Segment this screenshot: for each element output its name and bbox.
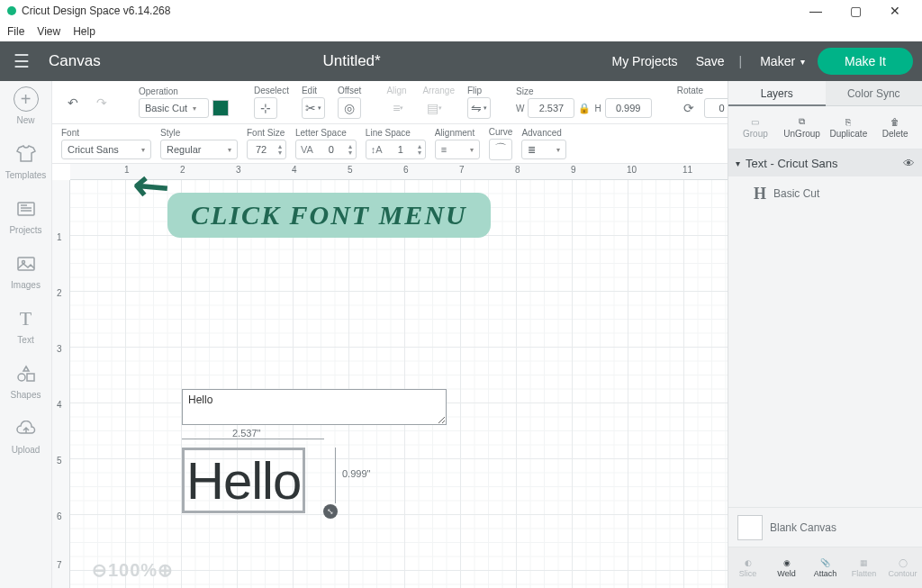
linespace-input[interactable]: ↕A1▴▾ xyxy=(366,140,426,159)
deselect-button[interactable]: ⊹ xyxy=(254,97,277,119)
slice-button[interactable]: ◐Slice xyxy=(728,547,767,588)
folder-icon xyxy=(14,196,39,222)
menu-help[interactable]: Help xyxy=(73,25,95,38)
deselect-label: Deselect xyxy=(254,86,289,95)
rail-shapes-button[interactable]: Shapes xyxy=(1,361,51,400)
tshirt-icon xyxy=(14,141,39,167)
machine-selector[interactable]: Maker ▾ xyxy=(760,54,805,68)
rail-upload-button[interactable]: Upload xyxy=(1,416,51,455)
rail-images-button[interactable]: Images xyxy=(1,251,51,290)
redo-button[interactable]: ↷ xyxy=(90,92,113,113)
weld-button[interactable]: ◉Weld xyxy=(767,547,806,588)
width-input[interactable] xyxy=(528,98,574,118)
fontsize-value: 72 xyxy=(248,144,275,155)
slice-label: Slice xyxy=(739,569,757,578)
hamburger-menu-button[interactable]: ☰ xyxy=(0,50,43,72)
window-minimize-button[interactable]: — xyxy=(796,0,836,22)
left-tool-rail: + New Templates Projects Images T Text S… xyxy=(0,81,52,588)
ungroup-icon: ⧉ xyxy=(799,116,805,127)
svg-point-3 xyxy=(18,374,25,381)
delete-button[interactable]: 🗑Delete xyxy=(872,117,918,139)
offset-button[interactable]: ◎ xyxy=(338,97,361,119)
fill-color-swatch[interactable] xyxy=(212,100,229,116)
text-layer-glyph-icon: H xyxy=(754,185,766,204)
vertical-ruler: 1 2 3 4 5 6 7 xyxy=(52,180,70,588)
align-left-icon: ≡ xyxy=(441,144,447,155)
height-dim-label: 0.999" xyxy=(342,468,370,479)
vruler-tick: 2 xyxy=(57,288,62,298)
text-t-icon: T xyxy=(14,306,39,331)
height-input[interactable] xyxy=(605,98,652,118)
tab-color-sync[interactable]: Color Sync xyxy=(826,81,923,106)
rail-text-button[interactable]: T Text xyxy=(1,306,51,345)
contour-button[interactable]: ◯Contour xyxy=(883,547,922,588)
window-titlebar: Cricut Design Space v6.14.268 — ▢ ✕ xyxy=(0,0,922,22)
vruler-tick: 3 xyxy=(57,344,62,354)
attach-label: Attach xyxy=(814,569,837,578)
ungroup-button[interactable]: ⧉UnGroup xyxy=(779,116,826,139)
rail-templates-button[interactable]: Templates xyxy=(1,141,51,180)
hruler-tick: 4 xyxy=(292,165,297,175)
layer-item[interactable]: H Basic Cut xyxy=(728,176,922,211)
make-it-button[interactable]: Make It xyxy=(818,48,913,75)
flatten-label: Flatten xyxy=(852,569,877,578)
slice-icon: ◐ xyxy=(745,558,752,567)
width-w-label: W xyxy=(516,104,524,113)
menu-file[interactable]: File xyxy=(7,25,24,38)
vruler-tick: 7 xyxy=(57,560,62,570)
hruler-tick: 5 xyxy=(348,165,353,175)
advanced-dropdown[interactable]: ≣▾ xyxy=(521,140,566,159)
hruler-tick: 6 xyxy=(403,165,409,175)
fontsize-input[interactable]: 72▴▾ xyxy=(247,140,286,159)
hruler-tick: 7 xyxy=(459,165,465,175)
my-projects-link[interactable]: My Projects xyxy=(612,54,678,68)
arrange-dropdown[interactable]: ▤▾ xyxy=(422,97,446,119)
design-mat[interactable]: 2.537" 0.999" Hello ⤡ ⊖100%⊕ xyxy=(70,180,728,588)
edit-dropdown[interactable]: ✂▾ xyxy=(302,97,325,119)
curve-label: Curve xyxy=(489,127,513,137)
layer-header[interactable]: ▾ Text - Cricut Sans 👁 xyxy=(728,149,922,176)
layer-actions-row: ▭Group ⧉UnGroup ⎘Duplicate 🗑Delete xyxy=(728,106,922,149)
style-dropdown[interactable]: Regular▾ xyxy=(160,140,238,159)
resize-handle[interactable]: ⤡ xyxy=(323,504,338,519)
undo-button[interactable]: ↶ xyxy=(61,92,85,113)
rail-projects-button[interactable]: Projects xyxy=(1,196,51,235)
visibility-eye-icon[interactable]: 👁 xyxy=(903,157,915,170)
hruler-tick: 8 xyxy=(515,165,520,175)
style-value: Regular xyxy=(167,144,202,155)
canvas-area[interactable]: 1 2 3 4 5 6 7 8 9 10 11 1 2 3 4 5 6 7 2.… xyxy=(52,164,728,588)
advanced-label: Advanced xyxy=(521,128,566,138)
chevron-down-icon: ▾ xyxy=(800,57,805,67)
menu-view[interactable]: View xyxy=(37,25,60,38)
group-button[interactable]: ▭Group xyxy=(732,117,779,139)
align-dropdown[interactable]: ≡▾ xyxy=(386,97,410,119)
alignment-dropdown[interactable]: ≡▾ xyxy=(435,140,480,159)
duplicate-button[interactable]: ⎘Duplicate xyxy=(826,117,872,139)
linespace-label: Line Space xyxy=(366,128,426,138)
font-dropdown[interactable]: Cricut Sans▾ xyxy=(61,140,151,159)
save-link[interactable]: Save xyxy=(696,54,725,68)
curve-button[interactable]: ⌒ xyxy=(489,139,512,160)
flatten-button[interactable]: ▦Flatten xyxy=(845,547,883,588)
flip-dropdown[interactable]: ⇋▾ xyxy=(467,97,491,119)
rail-new-button[interactable]: + New xyxy=(1,86,51,125)
letterspace-icon: VA xyxy=(296,144,318,155)
duplicate-label: Duplicate xyxy=(830,129,868,139)
linespace-value: 1 xyxy=(387,144,414,155)
height-guide xyxy=(335,448,336,503)
rail-shapes-label: Shapes xyxy=(11,390,41,400)
text-edit-box[interactable] xyxy=(182,389,447,425)
rail-projects-label: Projects xyxy=(9,225,41,235)
window-close-button[interactable]: ✕ xyxy=(875,0,915,22)
text-object-selection[interactable]: Hello xyxy=(182,448,305,513)
operation-dropdown[interactable]: Basic Cut▾ xyxy=(139,98,209,118)
machine-selector-label: Maker xyxy=(760,54,795,68)
zoom-indicator[interactable]: ⊖100%⊕ xyxy=(92,559,174,581)
hruler-tick: 10 xyxy=(627,165,637,175)
attach-button[interactable]: 📎Attach xyxy=(806,547,845,588)
tab-layers[interactable]: Layers xyxy=(728,81,826,106)
blank-canvas-row[interactable]: Blank Canvas xyxy=(728,507,922,547)
window-maximize-button[interactable]: ▢ xyxy=(836,0,875,22)
letterspace-input[interactable]: VA0▴▾ xyxy=(295,140,357,159)
lock-aspect-icon[interactable]: 🔒 xyxy=(578,103,591,114)
